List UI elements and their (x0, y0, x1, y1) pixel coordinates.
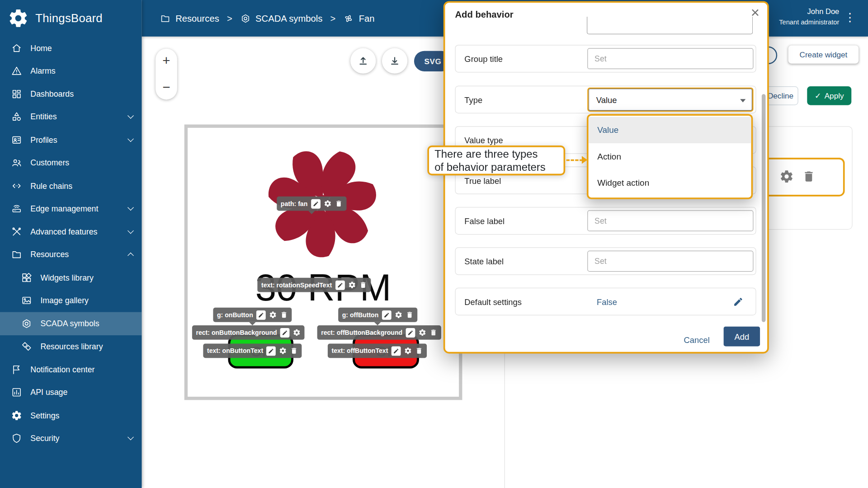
add-behavior-dialog: Add behavior × Group title Type Value Va… (443, 1, 769, 353)
dialog-scrollbar[interactable] (762, 94, 766, 322)
sidebar-item-resources-library[interactable]: Resources library (0, 335, 142, 358)
sidebar-item-dashboards[interactable]: Dashboards (0, 82, 142, 105)
gear-icon[interactable] (279, 347, 287, 355)
tooltip-arrow-icon (582, 156, 587, 164)
gear-icon[interactable] (404, 347, 412, 355)
gear-icon[interactable] (348, 281, 356, 289)
chevron-down-icon (127, 113, 134, 119)
tag-label: rect: onButtonBackground (196, 329, 277, 336)
more-vertical-icon[interactable]: ⋮ (844, 10, 856, 24)
cancel-button[interactable]: Cancel (684, 335, 710, 345)
edit-icon[interactable] (256, 310, 266, 319)
sidebar-item-label: Notification center (30, 365, 94, 374)
sidebar-item-api-usage[interactable]: API usage (0, 381, 142, 404)
sidebar-item-alarms[interactable]: Alarms (0, 60, 142, 83)
field-label: True label (464, 176, 501, 185)
sidebar-item-scada-symbols[interactable]: SCADA symbols (0, 312, 142, 335)
sidebar-item-label: Alarms (30, 66, 55, 75)
type-select-value: Value (596, 95, 617, 104)
trash-icon[interactable] (290, 347, 298, 355)
trash-icon[interactable] (415, 347, 423, 355)
sidebar-item-resources[interactable]: Resources (0, 243, 142, 266)
sidebar-item-label: Home (30, 43, 52, 52)
add-button[interactable]: Add (723, 326, 760, 346)
trash-icon[interactable] (335, 200, 342, 207)
image-icon (21, 295, 32, 306)
upload-button[interactable] (350, 48, 376, 74)
gear-icon[interactable] (419, 328, 426, 336)
tag-label: path: fan (281, 200, 307, 207)
scada-icon (21, 318, 32, 329)
chevron-up-icon (127, 253, 134, 259)
gear-icon[interactable] (395, 311, 402, 319)
group-title-input[interactable] (587, 48, 753, 70)
tooltip-line-2: of behavior parameters (434, 160, 558, 174)
gear-icon[interactable] (269, 311, 277, 319)
sidebar-item-label: Profiles (30, 136, 57, 145)
tag-label: text: offButtonText (331, 347, 388, 354)
folder-icon (160, 13, 170, 23)
gear-icon[interactable] (293, 328, 301, 336)
edit-icon[interactable] (382, 310, 392, 319)
trash-icon[interactable] (802, 170, 815, 183)
zoom-out-icon[interactable]: − (162, 81, 170, 94)
sidebar-item-customers[interactable]: Customers (0, 151, 142, 174)
sidebar-item-rule-chains[interactable]: Rule chains (0, 174, 142, 197)
edit-icon[interactable] (335, 280, 345, 290)
trash-icon[interactable] (406, 311, 413, 319)
apply-button[interactable]: ✓ Apply (807, 86, 851, 105)
sidebar-item-label: Image gallery (40, 296, 89, 305)
edit-icon[interactable] (392, 346, 401, 356)
zoom-in-icon[interactable]: + (162, 54, 170, 67)
sidebar-item-label: Customers (30, 159, 69, 168)
breadcrumb-scada-symbols[interactable]: SCADA symbols (240, 13, 323, 23)
edit-icon[interactable] (280, 328, 290, 338)
app-name: ThingsBoard (35, 12, 103, 25)
dropdown-option-action[interactable]: Action (589, 143, 751, 170)
tooltip-connector-line (566, 160, 583, 161)
scrolled-field-partial[interactable] (587, 17, 753, 34)
sidebar-item-widgets-library[interactable]: Widgets library (0, 266, 142, 289)
breadcrumb-resources[interactable]: Resources (160, 13, 219, 23)
type-select[interactable]: Value (587, 87, 753, 112)
edit-icon[interactable] (406, 328, 415, 338)
sidebar-item-home[interactable]: Home (0, 37, 142, 60)
dashboards-icon (11, 89, 22, 99)
user-info: John Doe Tenant administrator (779, 6, 839, 27)
breadcrumb-fan[interactable]: Fan (343, 13, 374, 23)
edit-icon[interactable] (311, 199, 321, 208)
rule-chains-icon (11, 180, 22, 191)
field-label: State label (464, 257, 504, 266)
sidebar-item-notification-center[interactable]: Notification center (0, 358, 142, 381)
sidebar-item-settings[interactable]: Settings (0, 404, 142, 427)
trash-icon[interactable] (359, 281, 367, 289)
dropdown-option-widget-action[interactable]: Widget action (589, 170, 751, 197)
edge-icon (11, 203, 22, 214)
app-logo[interactable]: ThingsBoard (0, 0, 142, 37)
edit-icon[interactable] (266, 346, 276, 356)
sidebar-item-image-gallery[interactable]: Image gallery (0, 289, 142, 312)
trash-icon[interactable] (429, 328, 437, 336)
download-button[interactable] (382, 48, 407, 74)
sidebar-item-edge-management[interactable]: Edge management (0, 197, 142, 221)
tag-label: rect: offButtonBackground (321, 329, 402, 336)
false-label-input[interactable] (587, 210, 753, 231)
gear-icon[interactable] (324, 200, 331, 207)
create-widget-button[interactable]: Create widget (788, 45, 859, 63)
advanced-features-icon (11, 226, 22, 237)
tag-off-button-text: text: offButtonText (328, 343, 427, 358)
home-icon (11, 42, 22, 53)
gear-icon (11, 410, 22, 421)
trash-icon[interactable] (280, 311, 288, 319)
sidebar-item-security[interactable]: Security (0, 427, 142, 450)
gear-icon[interactable] (779, 169, 794, 184)
edit-icon[interactable] (733, 296, 743, 307)
folder-icon (11, 249, 22, 260)
tutorial-tooltip: There are three types of behavior parame… (427, 145, 565, 175)
dropdown-option-value[interactable]: Value (589, 117, 751, 143)
download-icon (389, 55, 401, 67)
sidebar-item-profiles[interactable]: Profiles (0, 128, 142, 151)
sidebar-item-advanced-features[interactable]: Advanced features (0, 220, 142, 243)
sidebar-item-entities[interactable]: Entities (0, 105, 142, 128)
state-label-input[interactable] (587, 251, 753, 272)
